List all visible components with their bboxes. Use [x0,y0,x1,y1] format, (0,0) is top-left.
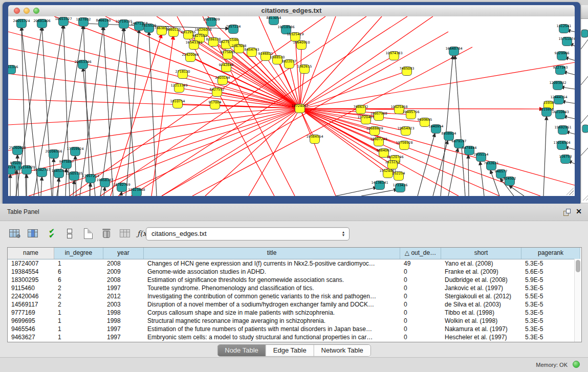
graph-node[interactable]: 1810754 [170,99,185,108]
tab-network-table[interactable]: Network Table [314,345,371,356]
graph-node[interactable]: 19958187 [96,178,113,187]
graph-node[interactable]: 2803144 [215,76,230,85]
table-cell: 2 [54,284,103,292]
graph-node[interactable]: 1527802 [76,17,91,27]
graph-node[interactable]: 1615152 [385,160,400,169]
table-cell: Corpus callosum shape and size in male p… [144,309,400,317]
svg-text:17957253: 17957253 [82,174,99,178]
table-cell: 1998 [103,317,144,325]
graph-node[interactable]: 19654923 [397,126,414,136]
graph-node[interactable]: 9329966 [555,51,570,60]
graph-node[interactable]: 12093832 [549,81,566,90]
graph-node[interactable]: 1545194 [52,169,67,178]
graph-node[interactable]: 15692951 [554,125,571,135]
table-row[interactable]: 1872400712008Changes of HCN gene express… [8,259,581,268]
float-panel-icon[interactable] [563,209,571,216]
graph-node[interactable]: 17016504 [553,141,570,150]
new-table-button[interactable] [82,227,94,239]
table-row[interactable]: 911546021997Tourette syndrome. Phenomeno… [8,284,581,292]
graph-node[interactable]: 18807249 [370,137,387,146]
graph-node[interactable]: 24055724 [13,19,30,28]
tab-node-table[interactable]: Node Table [217,345,266,356]
scrollbar-thumb[interactable] [576,260,580,272]
table-cell: de Silva et al. (2003) [441,300,521,309]
table-row[interactable]: 969969511998Structural magnetic resonanc… [8,317,581,325]
graph-node[interactable]: 16210643 [552,110,569,119]
import-table-button-disabled [119,227,131,239]
graph-node[interactable]: 25260650 [9,146,26,155]
svg-text:19654923: 19654923 [397,126,414,130]
column-header-title[interactable]: title [144,248,400,259]
graph-node[interactable]: 16543382 [185,40,202,50]
column-header-short[interactable]: short [441,248,521,259]
table-settings-button[interactable]: ⚙ [8,227,20,239]
graph-node[interactable]: 7632621 [484,161,499,170]
network-graph-canvas[interactable]: 2405572420691406106535271527802846616010… [8,16,575,196]
graph-node[interactable]: 252254 [393,171,405,181]
graph-node[interactable]: 12342737 [33,168,50,177]
column-header-pagerank[interactable]: pagerank [521,248,580,259]
table-scrollbar[interactable] [574,259,581,342]
graph-node[interactable]: 8822037 [282,59,297,69]
graph-node[interactable]: 7857224 [226,25,241,34]
graph-node[interactable]: 1733426 [393,183,408,192]
show-columns-button[interactable] [27,227,39,239]
table-cell: 0 [400,333,441,341]
table-row[interactable]: 2242004622012Investigating the contribut… [8,292,581,300]
memory-status-indicator[interactable] [573,361,580,368]
graph-node[interactable]: 917004 [209,100,222,110]
svg-text:9699695: 9699695 [418,118,432,122]
table-body: 1872400712008Changes of HCN gene express… [8,259,581,341]
table-row[interactable]: 946362711997Embryonic stem cells: a mode… [8,333,581,341]
column-header-in_degree[interactable]: in_degree [54,248,103,259]
graph-node[interactable]: 20691406 [33,19,50,28]
tab-edge-table[interactable]: Edge Table [266,345,314,356]
graph-node[interactable]: 15720407 [357,115,374,124]
svg-text:8822037: 8822037 [282,59,297,63]
graph-node[interactable]: 39159 [8,165,15,174]
svg-text:1545194: 1545194 [52,169,67,173]
table-row[interactable]: 946554611997Estimation of the future num… [8,325,581,333]
unselect-rows-button[interactable] [63,227,76,239]
graph-node[interactable]: 2051316 [8,65,18,74]
graph-node[interactable]: 12213349 [170,83,187,93]
column-header-name[interactable]: name [8,248,54,259]
table-row[interactable]: 1830029562008Estimation of significance … [8,276,581,284]
table-cell: 1997 [103,284,144,292]
graph-node[interactable]: 8466160 [96,18,111,28]
graph-node[interactable]: 924502 [504,177,516,186]
table-row[interactable]: 1456911722003Disruption of a novel membe… [8,300,581,309]
graph-node[interactable]: 116753 [559,155,572,164]
graph-node[interactable]: 1512541 [557,24,572,33]
graph-node[interactable]: 17359924 [67,147,83,156]
graph-node[interactable]: 2718120 [176,70,190,79]
table-row[interactable]: 1938455462009Genome-wide association stu… [8,268,581,276]
graph-node[interactable]: 10653527 [55,17,72,26]
table-tabs: Node TableEdge TableNetwork Table [217,344,371,357]
table-panel-header: Table Panel ✕ [0,204,588,221]
select-all-button[interactable]: ✔✔ [45,227,57,239]
graph-node[interactable]: 19384554 [306,135,323,144]
column-header-out_de[interactable]: △ out_de… [400,248,441,259]
citation-network-graph[interactable]: 2405572420691406106535271527802846616010… [8,16,575,196]
graph-node[interactable]: 12505135 [66,171,82,181]
table-row[interactable]: 977716911998Corpus callosum shape and si… [8,309,581,317]
graph-node[interactable]: 18325419 [287,32,303,41]
graph-node[interactable]: 16648784 [445,47,462,56]
graph-node[interactable]: 20206556 [45,149,62,159]
graph-node[interactable]: 12923448 [128,188,145,196]
graph-node[interactable]: 9227343 [553,65,568,75]
graph-node[interactable]: 10719155 [115,19,132,29]
graph-node[interactable]: 7485083 [400,67,415,76]
delete-table-button[interactable] [100,227,113,239]
table-selector-dropdown[interactable]: citations_edges.txt ▲▼ [146,227,350,240]
column-header-year[interactable]: year [103,248,144,259]
close-panel-icon[interactable]: ✕ [576,207,582,215]
network-window-titlebar[interactable]: citations_edges.txt [8,5,575,17]
graph-node[interactable]: 2935114 [474,152,489,162]
graph-node[interactable]: 9660125 [166,28,181,37]
svg-text:10756928: 10756928 [396,141,412,145]
svg-text:16782759: 16782759 [113,183,130,187]
graph-node[interactable]: 1362615 [297,64,312,74]
graph-node[interactable]: 8813054 [267,16,281,25]
